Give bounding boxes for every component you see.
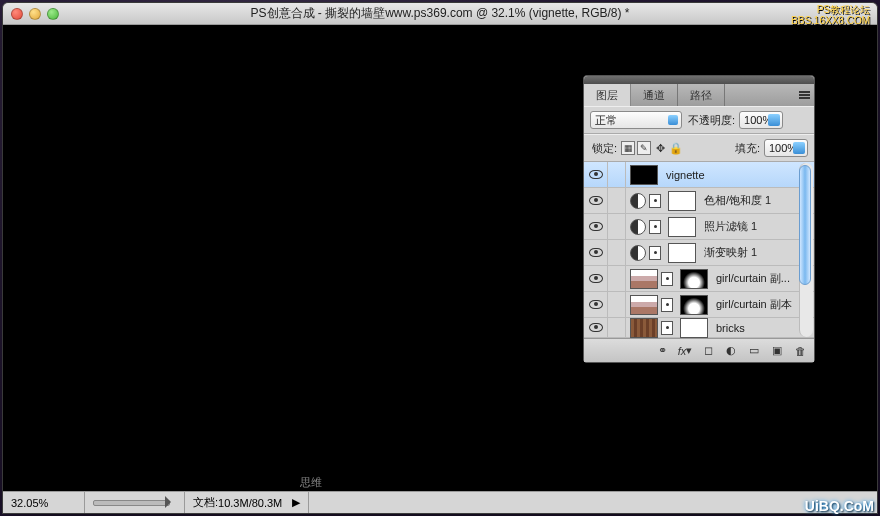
link-col[interactable]: [608, 162, 626, 187]
adjustment-icon: [630, 193, 646, 209]
layer-row[interactable]: bricks: [584, 318, 814, 338]
mask-link-icon[interactable]: [661, 272, 673, 286]
mask-link-icon[interactable]: [661, 321, 673, 335]
layer-name[interactable]: 照片滤镜 1: [704, 219, 798, 234]
layer-name[interactable]: girl/curtain 副...: [716, 271, 798, 286]
layer-name[interactable]: bricks: [716, 322, 798, 334]
mask-link-icon[interactable]: [661, 298, 673, 312]
layer-style-icon[interactable]: fx▾: [675, 343, 695, 359]
mask-link-icon[interactable]: [649, 220, 661, 234]
visibility-toggle[interactable]: [584, 214, 608, 239]
eye-icon: [589, 323, 603, 332]
layer-mask-icon[interactable]: ◻: [698, 343, 718, 359]
lock-label: 锁定:: [592, 141, 617, 156]
mask-thumbnail[interactable]: [668, 217, 696, 237]
lock-image-icon[interactable]: ✎: [637, 141, 651, 155]
link-layers-icon[interactable]: ⚭: [652, 343, 672, 359]
layer-row[interactable]: 色相/饱和度 1: [584, 188, 814, 214]
layer-thumbnail[interactable]: [630, 165, 658, 185]
scrollbar-track[interactable]: [799, 163, 813, 337]
chevron-right-icon[interactable]: ▶: [292, 496, 300, 509]
link-col[interactable]: [608, 240, 626, 265]
close-icon[interactable]: [11, 8, 23, 20]
link-col[interactable]: [608, 214, 626, 239]
panel-tabs: 图层 通道 路径: [584, 84, 814, 106]
mask-thumbnail[interactable]: [680, 269, 708, 289]
layer-name[interactable]: girl/curtain 副本: [716, 297, 798, 312]
eye-icon: [589, 300, 603, 309]
adjustment-layer-icon[interactable]: ◐: [721, 343, 741, 359]
layer-row[interactable]: 照片滤镜 1: [584, 214, 814, 240]
link-col[interactable]: [608, 266, 626, 291]
mask-thumbnail[interactable]: [668, 191, 696, 211]
lock-position-icon[interactable]: ✥: [653, 141, 667, 155]
layer-row[interactable]: girl/curtain 副...: [584, 266, 814, 292]
layers-panel[interactable]: 图层 通道 路径 正常 不透明度: 100% 锁定: ▦ ✎ ✥ 🔒 填充:: [583, 75, 815, 363]
mask-thumbnail[interactable]: [680, 318, 708, 338]
fill-value: 100%: [769, 142, 797, 154]
delete-layer-icon[interactable]: 🗑: [790, 343, 810, 359]
mask-link-icon[interactable]: [649, 246, 661, 260]
titlebar[interactable]: PS创意合成 - 撕裂的墙壁www.ps369.com @ 32.1% (vig…: [3, 3, 877, 25]
visibility-toggle[interactable]: [584, 162, 608, 187]
traffic-lights: [3, 8, 59, 20]
minimize-icon[interactable]: [29, 8, 41, 20]
panel-footer: ⚭ fx▾ ◻ ◐ ▭ ▣ 🗑: [584, 338, 814, 362]
lock-all-icon[interactable]: 🔒: [669, 141, 683, 155]
fill-input[interactable]: 100%: [764, 139, 808, 157]
layers-list: vignette 色相/饱和度 1 照片滤镜 1: [584, 162, 814, 338]
opacity-value: 100%: [744, 114, 772, 126]
hamburger-icon: [799, 94, 810, 96]
layer-row[interactable]: girl/curtain 副本: [584, 292, 814, 318]
canvas[interactable]: 图层 通道 路径 正常 不透明度: 100% 锁定: ▦ ✎ ✥ 🔒 填充:: [3, 25, 877, 491]
mask-thumbnail[interactable]: [680, 295, 708, 315]
adjustment-icon: [630, 245, 646, 261]
link-col[interactable]: [608, 292, 626, 317]
layer-name[interactable]: 色相/饱和度 1: [704, 193, 798, 208]
layer-name[interactable]: 渐变映射 1: [704, 245, 798, 260]
eye-icon: [589, 222, 603, 231]
layer-thumbnail[interactable]: [630, 295, 658, 315]
zoom-level[interactable]: 32.05%: [3, 492, 85, 513]
eye-icon: [589, 274, 603, 283]
layer-row[interactable]: vignette: [584, 162, 814, 188]
layer-group-icon[interactable]: ▭: [744, 343, 764, 359]
link-col[interactable]: [608, 188, 626, 213]
layer-thumbnail[interactable]: [630, 318, 658, 338]
layer-row[interactable]: 渐变映射 1: [584, 240, 814, 266]
blend-opacity-row: 正常 不透明度: 100%: [584, 106, 814, 134]
blend-mode-value: 正常: [595, 113, 617, 128]
layer-thumbnail[interactable]: [630, 269, 658, 289]
zoom-icon[interactable]: [47, 8, 59, 20]
visibility-toggle[interactable]: [584, 188, 608, 213]
tab-channels[interactable]: 通道: [631, 84, 678, 106]
doc-value: 10.3M/80.3M: [218, 497, 282, 509]
panel-drag-grip[interactable]: [584, 76, 814, 84]
eye-icon: [589, 196, 603, 205]
scrollbar-thumb[interactable]: [799, 165, 811, 285]
visibility-toggle[interactable]: [584, 318, 608, 337]
opacity-label: 不透明度:: [688, 113, 735, 128]
visibility-toggle[interactable]: [584, 292, 608, 317]
doc-size[interactable]: 文档: 10.3M/80.3M ▶: [185, 492, 309, 513]
new-layer-icon[interactable]: ▣: [767, 343, 787, 359]
visibility-toggle[interactable]: [584, 240, 608, 265]
link-col[interactable]: [608, 318, 626, 337]
doc-label: 文档:: [193, 495, 218, 510]
eye-icon: [589, 170, 603, 179]
zoom-value: 32.05%: [11, 497, 48, 509]
mask-thumbnail[interactable]: [668, 243, 696, 263]
status-bar: 32.05% 文档: 10.3M/80.3M ▶: [3, 491, 877, 513]
visibility-toggle[interactable]: [584, 266, 608, 291]
mask-link-icon[interactable]: [649, 194, 661, 208]
panel-menu-button[interactable]: [794, 84, 814, 106]
blend-mode-select[interactable]: 正常: [590, 111, 682, 129]
lock-transparent-icon[interactable]: ▦: [621, 141, 635, 155]
tab-layers[interactable]: 图层: [584, 84, 631, 106]
tab-paths[interactable]: 路径: [678, 84, 725, 106]
fill-label: 填充:: [735, 141, 760, 156]
opacity-input[interactable]: 100%: [739, 111, 783, 129]
adjustment-icon: [630, 219, 646, 235]
status-slider[interactable]: [85, 492, 185, 513]
layer-name[interactable]: vignette: [666, 169, 798, 181]
